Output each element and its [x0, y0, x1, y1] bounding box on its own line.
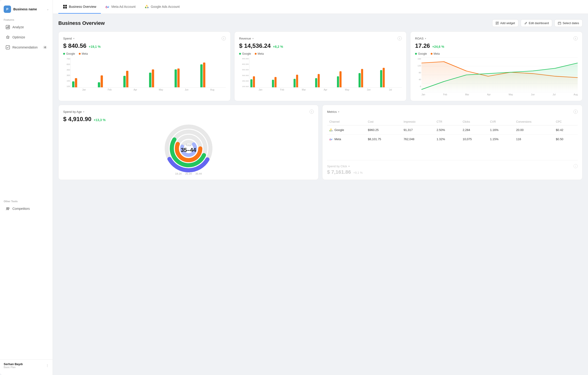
svg-rect-7	[63, 5, 65, 6]
spend-google-legend: Google	[63, 52, 75, 55]
recommendation-icon	[6, 45, 10, 50]
meta-dot	[79, 53, 81, 55]
roas-line-svg	[421, 58, 578, 92]
add-widget-label: Add widget	[500, 21, 515, 25]
spend-bar-feb	[98, 75, 122, 87]
spend-by-age-info-icon[interactable]: i	[310, 110, 314, 114]
top-nav: Business Overview Meta Ad Account Google…	[53, 0, 588, 14]
add-widget-icon	[496, 21, 499, 25]
select-dates-button[interactable]: Select dates	[555, 19, 582, 27]
competitors-icon	[6, 206, 10, 211]
svg-rect-1	[7, 27, 7, 28]
roas-legend: Google Meta	[415, 52, 578, 55]
other-tools-section-label: Other Tools	[0, 198, 52, 204]
meta-channel-cell: Meta	[329, 137, 363, 141]
edit-dashboard-label: Edit dashboard	[529, 21, 549, 25]
spend-by-age-title[interactable]: Spend by Age ▾	[63, 110, 84, 114]
chevron-down-icon: ⌄	[47, 8, 49, 11]
edit-dashboard-button[interactable]: Edit dashboard	[521, 19, 552, 27]
roas-chart: 160 120 80 40 0	[415, 58, 578, 96]
sidebar-item-recommendation[interactable]: Recommendation 4	[2, 43, 51, 52]
spend-by-click-title[interactable]: Spend by Click ▾	[327, 164, 350, 168]
bottom-widgets-row: Spend by Age ▾ i $ 4,910.90 +13,3 %	[58, 105, 582, 180]
user-plan: Basic Plan	[4, 366, 43, 369]
business-selector[interactable]: P Business name ⌄	[0, 4, 52, 17]
google-ads-icon	[145, 5, 149, 9]
more-options-icon[interactable]: ⋮	[46, 364, 49, 367]
spend-value: $ 840.56 +19,1 %	[63, 42, 226, 49]
spend-by-age-change: +13,3 %	[94, 118, 106, 122]
metrics-info-icon[interactable]: i	[574, 110, 578, 114]
spend-bar-chart	[71, 58, 226, 87]
svg-point-6	[8, 207, 9, 209]
sidebar-item-competitors-label: Competitors	[12, 207, 30, 211]
revenue-legend: Google Meta	[239, 52, 402, 55]
analyze-icon	[6, 25, 10, 29]
spend-by-age-donut: Total 35–44	[63, 126, 314, 171]
spend-meta-legend: Meta	[79, 52, 88, 55]
spend-by-click-chevron-icon: ▾	[348, 165, 350, 168]
roas-x-labels: Jan Feb Mar Apr May Jun Jul Aug	[421, 93, 578, 96]
header-actions: Add widget Edit dashboard Select da	[492, 19, 582, 27]
revenue-widget-title[interactable]: Revenue ▾	[239, 37, 253, 40]
main-content: Business Overview Meta Ad Account Google…	[53, 0, 588, 375]
revenue-widget: Revenue ▾ i $ 14,536.24 +8,2 % Google	[234, 32, 407, 101]
spend-by-click-section: Spend by Click ▾ i $ 7,161.86 +9,1 %	[327, 160, 578, 175]
spend-bar-aug	[200, 63, 225, 87]
sidebar-item-optimize[interactable]: Optimize	[2, 33, 51, 42]
roas-widget-title[interactable]: ROAS ▾	[415, 37, 426, 40]
tab-business-overview[interactable]: Business Overview	[58, 0, 101, 13]
roas-chevron-icon: ▾	[425, 37, 426, 40]
metrics-widget-header: Metrics ▾ i	[327, 110, 578, 114]
spend-bar-may	[149, 69, 173, 87]
revenue-info-icon[interactable]: i	[398, 36, 402, 41]
sidebar-item-recommendation-label: Recommendation	[12, 45, 38, 49]
google-ads-small-icon	[329, 129, 333, 132]
sidebar-item-analyze[interactable]: Analyze	[2, 22, 51, 32]
page-title: Business Overview	[58, 20, 105, 26]
svg-rect-3	[9, 26, 9, 28]
svg-point-5	[6, 207, 8, 209]
tab-meta-ad-account[interactable]: Meta Ad Account	[101, 0, 140, 13]
svg-rect-19	[558, 22, 561, 25]
dashboard-content: Business Overview Add widget	[53, 14, 588, 375]
business-avatar: P	[4, 6, 11, 13]
table-row: Google $960.25 91,317 2.50% 2,284 1.16% …	[327, 126, 578, 135]
tab-google-ads-account[interactable]: Google Ads Account	[140, 0, 184, 13]
tab-meta-ad-account-label: Meta Ad Account	[111, 5, 136, 9]
spend-by-age-chevron-icon: ▾	[83, 110, 84, 113]
svg-point-37	[331, 130, 332, 131]
metrics-widget-title[interactable]: Metrics ▾	[327, 110, 339, 114]
revenue-bar-chart	[249, 58, 402, 87]
col-ctr: CTR	[434, 118, 461, 126]
spend-bar-jun	[175, 68, 199, 87]
svg-rect-15	[497, 22, 499, 23]
sidebar-item-analyze-label: Analyze	[12, 25, 24, 29]
calendar-icon	[558, 21, 561, 25]
features-section-label: Features	[0, 17, 52, 22]
spend-info-icon[interactable]: i	[222, 36, 226, 41]
meta-dot	[255, 53, 257, 55]
revenue-value: $ 14,536.24 +8,2 %	[239, 42, 402, 49]
tab-google-ads-account-label: Google Ads Account	[151, 5, 180, 9]
spend-widget-title[interactable]: Spend ▾	[63, 37, 74, 40]
sidebar-footer: Serhan Baydı Basic Plan ⋮	[0, 359, 52, 371]
google-dot	[239, 53, 241, 55]
roas-info-icon[interactable]: i	[574, 36, 578, 41]
svg-rect-16	[496, 23, 497, 25]
spend-change: +19,1 %	[89, 45, 101, 48]
spend-by-click-info-icon[interactable]: i	[574, 164, 578, 168]
svg-point-38	[330, 130, 331, 131]
col-conversions: Conversions	[514, 118, 554, 126]
spend-bar-jan	[72, 78, 96, 87]
add-widget-button[interactable]: Add widget	[492, 19, 518, 27]
svg-rect-2	[8, 26, 8, 28]
spend-widget: Spend ▾ i $ 840.56 +19,1 % Google	[58, 32, 231, 101]
meta-icon	[105, 5, 110, 9]
col-clicks: Clicks	[460, 118, 488, 126]
page-header: Business Overview Add widget	[58, 19, 582, 27]
donut-center-label: Total	[181, 144, 196, 147]
revenue-widget-header: Revenue ▾ i	[239, 36, 402, 41]
revenue-x-labels: Jan Feb Mar Apr May Jun Jul	[249, 87, 402, 92]
sidebar-item-competitors[interactable]: Competitors	[2, 204, 51, 213]
